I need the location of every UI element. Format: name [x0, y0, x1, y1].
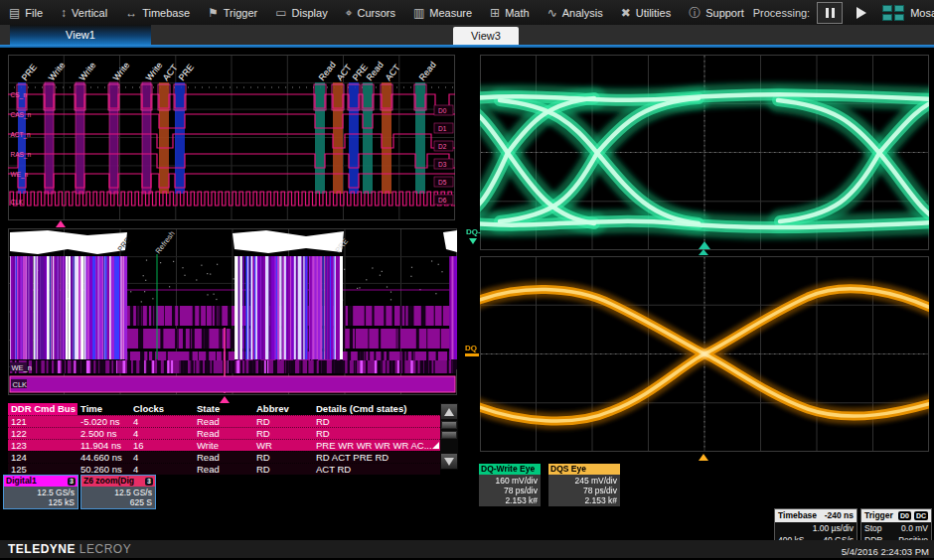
- svg-text:CLK: CLK: [11, 199, 24, 206]
- col-state: State: [194, 403, 253, 415]
- sample-count: 125 kS: [6, 497, 75, 507]
- menu-item-support[interactable]: ⓘSupport: [680, 0, 753, 25]
- descriptor-label: Z6: [83, 476, 93, 487]
- pause-button[interactable]: [817, 2, 843, 24]
- table-header-row: DDR Cmd Bus Time Clocks State Abbrev Det…: [8, 403, 440, 415]
- oscilloscope-app: ▤File ↕Vertical ↔Timebase ⚑Trigger ▭Disp…: [0, 0, 934, 560]
- play-icon: [856, 7, 866, 19]
- menu-label: Cursors: [357, 7, 395, 19]
- scroll-down-button[interactable]: [441, 454, 457, 469]
- col-clocks: Clocks: [130, 403, 194, 415]
- play-button[interactable]: [850, 3, 873, 23]
- measure-icon: ▥: [413, 7, 424, 19]
- bus-transition-stripes: [10, 256, 127, 359]
- vertical-icon: ↕: [61, 7, 67, 19]
- expand-indicator-icon[interactable]: [432, 442, 439, 449]
- group-count-badge: 3: [145, 478, 153, 486]
- menu-bar: ▤File ↕Vertical ↔Timebase ⚑Trigger ▭Disp…: [0, 0, 934, 25]
- menu-item-trigger[interactable]: ⚑Trigger: [199, 0, 266, 25]
- descriptor-sublabel: zoom(Dig: [95, 476, 134, 487]
- menu-label: Trigger: [224, 7, 257, 19]
- cursors-icon: ⌖: [346, 7, 353, 19]
- col-abbrev: Abbrev: [253, 403, 313, 415]
- timebase-title: Timebase: [778, 509, 817, 522]
- z6-zoom-descriptor[interactable]: Z6 zoom(Dig 3 12.5 GS/s 625 S: [80, 475, 156, 509]
- menu-item-vertical[interactable]: ↕Vertical: [52, 0, 116, 25]
- trigger-flag-icon: ⚑: [208, 7, 219, 19]
- col-details: Details (Cmd states): [313, 403, 440, 415]
- analysis-icon: ∿: [547, 7, 557, 19]
- table-row[interactable]: 1222.500 ns4 ReadRDRD: [8, 427, 440, 439]
- support-icon: ⓘ: [689, 7, 700, 19]
- menu-label: Math: [505, 7, 529, 19]
- menu-item-measure[interactable]: ▥Measure: [404, 0, 481, 25]
- dqs-bottom-marker[interactable]: [699, 454, 708, 461]
- we-ticks: [12, 360, 455, 373]
- dq-level-marker[interactable]: [469, 238, 477, 244]
- table-row[interactable]: 121-5.020 ns4 ReadRDRD: [8, 415, 440, 427]
- svg-text:D3: D3: [438, 161, 447, 168]
- math-icon: ⊞: [490, 7, 500, 19]
- svg-text:CAS_n: CAS_n: [11, 111, 32, 119]
- clk-bus-bar: [10, 376, 455, 392]
- time-position-marker[interactable]: [56, 220, 66, 227]
- table-row[interactable]: 12550.260 ns4 ReadRDACT RD: [8, 463, 440, 475]
- tab-underline: [0, 45, 934, 48]
- vertical-scale: 160 mV/div: [481, 476, 538, 486]
- menu-label: Vertical: [72, 7, 107, 19]
- timebase-icon: ↔: [125, 7, 137, 19]
- brand-logo: TELEDYNE LECROY: [8, 542, 131, 556]
- menu-item-file[interactable]: ▤File: [0, 0, 52, 25]
- pause-icon: [832, 8, 835, 18]
- menu-item-utilities[interactable]: ✖Utilities: [612, 0, 681, 25]
- svg-text:WE_n: WE_n: [11, 171, 29, 179]
- vertical-scale: 245 mV/div: [550, 476, 617, 486]
- sample-rate: 12.5 GS/s: [83, 488, 152, 497]
- pause-icon: [826, 8, 829, 18]
- scroll-thumb[interactable]: [441, 431, 457, 439]
- datetime-status: 5/4/2016 2:24:03 PM: [842, 546, 929, 557]
- table-row[interactable]: 12444.660 ns4 ReadRDRD ACT PRE RD: [8, 451, 440, 463]
- scroll-up-button[interactable]: [441, 404, 457, 419]
- utilities-icon: ✖: [621, 7, 631, 19]
- dq-write-eye-graticule[interactable]: [480, 55, 929, 250]
- processing-label: Processing:: [753, 7, 810, 19]
- svg-text:D6: D6: [438, 197, 447, 204]
- timebase-offset: -240 ns: [825, 509, 854, 522]
- menu-item-cursors[interactable]: ⌖Cursors: [337, 0, 404, 25]
- svg-text:CS_n: CS_n: [11, 91, 28, 99]
- horizontal-scale: 78 ps/div: [481, 486, 538, 495]
- menu-label: Utilities: [636, 7, 671, 19]
- trigger-source-badge: D0: [898, 511, 911, 520]
- trigger-mode: Stop: [864, 522, 882, 534]
- zoom-cursor-marker[interactable]: [220, 396, 230, 403]
- dq-write-eye-descriptor[interactable]: DQ-Write Eye 160 mV/div 78 ps/div 2.153 …: [479, 464, 541, 506]
- file-icon: ▤: [9, 7, 20, 19]
- descriptor-label: Digital1: [6, 476, 37, 487]
- menu-item-math[interactable]: ⊞Math: [481, 0, 539, 25]
- menu-label: Support: [705, 7, 744, 19]
- mosaic-grid-icon: [882, 5, 904, 21]
- dqs-eye-descriptor[interactable]: DQS Eye 245 mV/div 78 ps/div 2.153 k#: [548, 464, 620, 506]
- tab-view1[interactable]: View1: [10, 25, 151, 45]
- menu-item-timebase[interactable]: ↔Timebase: [116, 0, 199, 25]
- dqs-level-marker[interactable]: [465, 353, 479, 356]
- dqs-trigger-marker[interactable]: [699, 249, 708, 255]
- scroll-thumb[interactable]: [441, 421, 457, 429]
- dq-write-trace-label: DQ-: [466, 227, 481, 236]
- ddr-bus-zoom-graticule[interactable]: WE_n PRE Refresh PRE CLK: [8, 228, 457, 395]
- menu-label: Measure: [429, 7, 472, 19]
- menu-label: File: [25, 7, 43, 19]
- menu-item-analysis[interactable]: ∿Analysis: [539, 0, 612, 25]
- ddr-command-timing-graticule[interactable]: PRE Write Write Write Write ACT PRE Read…: [8, 55, 455, 220]
- dqs-eye-graticule[interactable]: [480, 256, 929, 452]
- digital1-descriptor[interactable]: Digital1 3 12.5 GS/s 125 kS: [3, 475, 78, 509]
- mosaic-dropdown[interactable]: Mosaic: [880, 3, 934, 23]
- sample-rate: 12.5 GS/s: [6, 488, 75, 497]
- tab-view3[interactable]: View3: [453, 27, 519, 45]
- acquisition-count: 2.153 k#: [550, 495, 617, 505]
- trigger-coupling-badge: DC: [914, 511, 928, 520]
- menu-item-display[interactable]: ▭Display: [266, 0, 336, 25]
- trigger-title: Trigger: [864, 509, 893, 522]
- table-row[interactable]: 12311.904 ns16 WriteWR PRE WR WR WR WR A…: [8, 439, 440, 451]
